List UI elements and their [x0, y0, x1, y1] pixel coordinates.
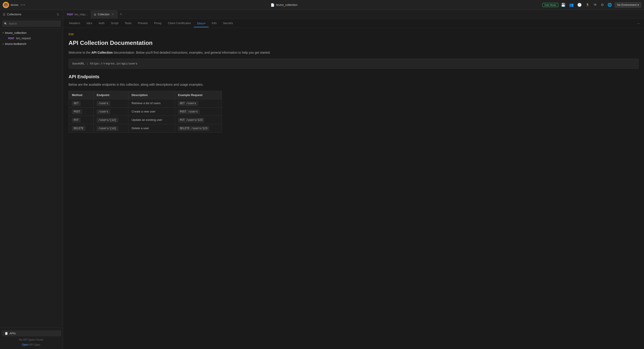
collection-filename: bruno_collection	[276, 3, 298, 6]
app-body: ☰ Collections ⇅ 🔍 ▾ bruno_collection POS…	[0, 10, 644, 349]
open-api-link[interactable]: Open	[22, 343, 28, 346]
td-endpoint: /users	[93, 107, 128, 116]
table-row: POST /users Create a new user POST /user…	[69, 107, 222, 116]
tab-proxy[interactable]: Proxy	[151, 20, 164, 27]
titlebar: 🐻 bruno ••• 📄 bruno_collection Safe Mode…	[0, 0, 644, 10]
settings-icon[interactable]: ⚙	[600, 2, 605, 8]
chevron-right-icon: ▸	[3, 42, 4, 45]
td-description: Retrieve a list of users	[128, 99, 175, 107]
sidebar-header: ☰ Collections ⇅	[0, 10, 63, 19]
save-icon[interactable]: 💾	[560, 2, 566, 8]
table-header-row: Method Endpoint Description Example Requ…	[69, 91, 222, 99]
tab-collection-label: Collection	[98, 13, 110, 16]
close-icon[interactable]: ✕	[111, 13, 114, 16]
sidebar-title: Collections	[7, 13, 56, 16]
td-example: POST /users	[175, 107, 222, 116]
doc-endpoints-desc: Below are the available endpoints in thi…	[68, 82, 638, 87]
td-description: Create a new user	[128, 107, 175, 116]
environment-select[interactable]: No Environment ▾	[615, 2, 641, 8]
th-endpoint: Endpoint	[93, 91, 128, 99]
th-method: Method	[69, 91, 94, 99]
collection-name-testbench: bruno-testbench	[5, 42, 26, 46]
env-label: No Environment	[617, 4, 636, 6]
td-method: GET	[69, 99, 94, 107]
tabs-bar: POST bru_requ... ⊙ Collection ✕ +	[63, 10, 644, 19]
search-input[interactable]	[2, 21, 61, 26]
user-icon[interactable]: 👥	[568, 2, 574, 8]
tab-presets[interactable]: Presets	[134, 20, 151, 27]
table-row: GET /users Retrieve a list of users GET …	[69, 99, 222, 107]
sidebar-item-bru-request[interactable]: POST bru_request	[0, 36, 63, 41]
tab-docs[interactable]: Docs•	[194, 20, 208, 27]
tab-collection[interactable]: ⊙ Collection ✕	[91, 10, 118, 18]
apis-section: 📋 APIs No API Specs found. Open API Spec…	[0, 327, 63, 349]
collection-name: bruno_collection	[5, 31, 26, 34]
file-icon: 📄	[270, 3, 274, 7]
search-icon: 🔍	[4, 22, 7, 25]
sidebar-search-area: 🔍	[0, 19, 63, 29]
request-name: bru_request	[16, 37, 31, 40]
table-row: DELETE /users/{id} Delete a user DELETE …	[69, 124, 222, 132]
tab-label: bru_requ...	[74, 13, 88, 16]
main-content: POST bru_requ... ⊙ Collection ✕ + Header…	[63, 10, 644, 349]
sidebar-item-bruno-collection[interactable]: ▾ bruno_collection	[0, 30, 63, 36]
tab-post-request[interactable]: POST bru_requ...	[64, 10, 90, 18]
safe-mode-badge[interactable]: Safe Mode	[542, 3, 558, 7]
tab-tests[interactable]: Tests	[122, 20, 134, 27]
intro-text: Welcome to the	[68, 51, 91, 54]
globe-icon[interactable]: 🌐	[606, 2, 613, 8]
td-description: Update an existing user	[128, 116, 175, 124]
td-endpoint: /users/{id}	[93, 124, 128, 132]
apis-icon: 📋	[4, 332, 8, 335]
app-menu-dots[interactable]: •••	[20, 3, 26, 7]
eye-icon[interactable]: 👁	[592, 2, 598, 8]
tab-secrets[interactable]: Secrets	[220, 20, 236, 27]
td-example: PUT /users/123	[175, 116, 222, 124]
open-api-spec-line: Open API Spec.	[0, 342, 63, 347]
edit-button[interactable]: Edit	[68, 32, 74, 36]
titlebar-right: Safe Mode 💾 👥 🕐 🏃 👁 ⚙ 🌐 No Environment ▾	[542, 2, 641, 8]
td-method: PUT	[69, 116, 94, 124]
tab-info[interactable]: Info	[208, 20, 220, 27]
doc-intro: Welcome to the API Collection documentat…	[68, 50, 638, 55]
th-description: Description	[128, 91, 175, 99]
no-api-specs-text: No API Specs found.	[0, 337, 63, 342]
expand-icon[interactable]: ↔	[636, 20, 641, 26]
td-endpoint: /users	[93, 99, 128, 107]
doc-content-area: Edit API Collection Documentation Welcom…	[63, 28, 644, 349]
method-badge-post: POST	[8, 37, 15, 40]
add-tab-button[interactable]: +	[118, 10, 124, 18]
intro-rest: documentation. Below you'll find detaile…	[113, 51, 270, 54]
sidebar-item-bruno-testbench[interactable]: ▸ bruno-testbench	[0, 41, 63, 47]
td-example: GET /users	[175, 99, 222, 107]
td-description: Delete a user	[128, 124, 175, 132]
tab-auth[interactable]: Auth	[96, 20, 108, 27]
td-example: DELETE /users/123	[175, 124, 222, 132]
th-example: Example Request	[175, 91, 222, 99]
tab-vars[interactable]: Vars	[83, 20, 96, 27]
sidebar: ☰ Collections ⇅ 🔍 ▾ bruno_collection POS…	[0, 10, 63, 349]
tab-headers[interactable]: Headers	[66, 20, 83, 27]
collection-tabs-bar: Headers Vars Auth Script Tests Presets P…	[63, 19, 644, 28]
chevron-down-icon: ▾	[638, 4, 639, 6]
sidebar-nav: ▾ bruno_collection POST bru_request ▸ br…	[0, 29, 63, 327]
chevron-down-icon: ▾	[3, 32, 4, 34]
run-icon[interactable]: 🏃	[584, 2, 591, 8]
app-name: bruno	[11, 3, 18, 6]
clock-icon[interactable]: 🕐	[576, 2, 583, 8]
tab-method-badge: POST	[67, 13, 73, 16]
apis-title: APIs	[10, 332, 16, 335]
td-method: POST	[69, 107, 94, 116]
collection-tab-icon: ⊙	[94, 13, 96, 16]
tab-script[interactable]: Script	[108, 20, 122, 27]
titlebar-center: 📄 bruno_collection	[270, 3, 298, 7]
sort-button[interactable]: ⇅	[56, 12, 60, 17]
tab-client-certs[interactable]: Client Certificates	[165, 20, 194, 27]
doc-title: API Collection Documentation	[68, 40, 638, 46]
docs-dot-indicator: •	[204, 22, 206, 25]
endpoints-table: Method Endpoint Description Example Requ…	[68, 91, 222, 132]
collections-icon: ☰	[3, 13, 6, 16]
doc-endpoints-title: API Endpoints	[68, 74, 638, 79]
table-row: PUT /users/{id} Update an existing user …	[69, 116, 222, 124]
apis-header[interactable]: 📋 APIs	[2, 330, 61, 336]
